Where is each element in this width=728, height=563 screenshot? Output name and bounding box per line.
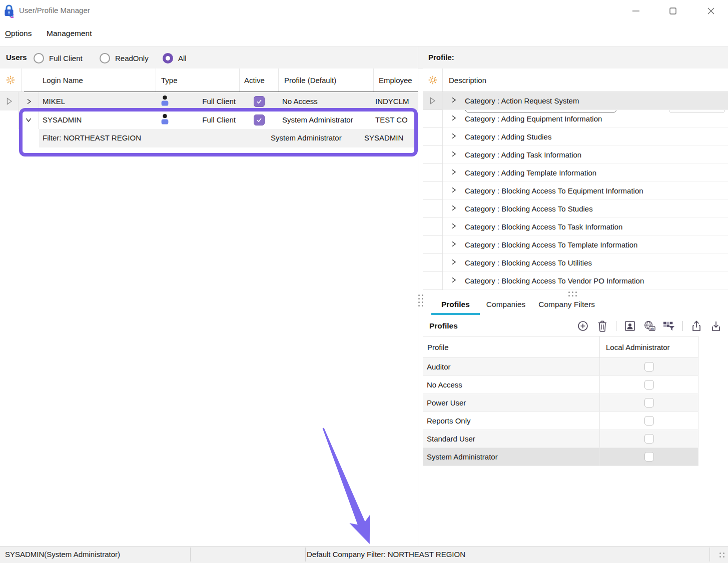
expand-chevron-icon[interactable] xyxy=(450,240,457,249)
column-header-login-name[interactable]: Login Name xyxy=(22,68,156,92)
profile-row[interactable]: No Access xyxy=(423,376,698,394)
user-row-mikel[interactable]: MIKEL Full Client No Access INDYCLM xyxy=(0,92,418,110)
column-header-profile-default[interactable]: Profile (Default) xyxy=(279,68,374,92)
profile-row[interactable]: Auditor xyxy=(423,358,698,376)
column-chooser-sun-icon[interactable] xyxy=(0,68,22,92)
category-row[interactable]: Category : Blocking Access To Vendor PO … xyxy=(423,272,728,290)
local-admin-checkbox[interactable] xyxy=(644,452,654,462)
horizontal-splitter-grip[interactable] xyxy=(568,292,577,296)
category-row[interactable]: Category : Adding Equipment Information xyxy=(423,110,728,128)
category-row[interactable]: Category : Adding Task Information xyxy=(423,146,728,164)
radio-readonly[interactable]: ReadOnly xyxy=(100,46,149,70)
expand-chevron-icon[interactable] xyxy=(450,168,457,177)
category-label: Category : Blocking Access To Vendor PO … xyxy=(465,276,644,285)
users-label: Users xyxy=(6,53,27,62)
local-admin-checkbox[interactable] xyxy=(644,398,654,408)
expand-chevron-icon[interactable] xyxy=(19,92,39,110)
minimize-button[interactable] xyxy=(625,1,647,21)
category-label: Category : Action Request System xyxy=(465,96,579,105)
person-icon xyxy=(160,95,170,108)
category-row[interactable]: Category : Action Request System xyxy=(423,92,728,110)
expand-chevron-icon[interactable] xyxy=(450,276,457,285)
profile-name-cell: System Administrator xyxy=(423,448,600,466)
close-button[interactable] xyxy=(700,1,722,21)
status-current-user: SYSADMIN(System Administrator) xyxy=(5,550,120,558)
expand-chevron-icon[interactable] xyxy=(450,258,457,267)
category-row[interactable]: Category : Blocking Access To Task Infor… xyxy=(423,218,728,236)
local-admin-checkbox[interactable] xyxy=(644,362,654,372)
row-gutter xyxy=(423,146,443,164)
category-label: Category : Blocking Access To Utilities xyxy=(465,258,592,267)
column-header-profile[interactable]: Profile xyxy=(423,336,600,358)
resize-grip[interactable] xyxy=(719,552,724,558)
row-gutter xyxy=(423,272,443,290)
import-icon[interactable] xyxy=(710,320,722,332)
profile-name-cell: Auditor xyxy=(423,358,600,376)
add-profile-icon[interactable] xyxy=(577,320,589,332)
expand-chevron-icon[interactable] xyxy=(450,132,457,141)
category-row[interactable]: Category : Adding Studies xyxy=(423,128,728,146)
category-row[interactable]: Category : Blocking Access To Template I… xyxy=(423,236,728,254)
radio-all-circle[interactable] xyxy=(163,53,173,64)
local-admin-checkbox[interactable] xyxy=(644,434,654,444)
row-gutter xyxy=(423,254,443,272)
radio-full-client-circle[interactable] xyxy=(34,53,44,64)
category-row[interactable]: Category : Blocking Access To Studies xyxy=(423,200,728,218)
profile-row[interactable]: Standard User xyxy=(423,430,698,448)
category-label: Category : Adding Task Information xyxy=(465,150,581,159)
profile-default-cell[interactable]: System Administrator xyxy=(279,110,374,129)
category-label: Category : Adding Template Information xyxy=(465,168,596,177)
active-checkbox-checked[interactable] xyxy=(254,114,265,126)
tab-company-filters[interactable]: Company Filters xyxy=(532,297,601,313)
category-row[interactable]: Category : Blocking Access To Equipment … xyxy=(423,182,728,200)
radio-full-client[interactable]: Full Client xyxy=(34,46,83,70)
tab-profiles[interactable]: Profiles xyxy=(431,297,480,315)
profile-default-cell[interactable]: No Access xyxy=(279,92,374,110)
expand-chevron-icon[interactable] xyxy=(450,96,457,105)
delete-profile-icon[interactable] xyxy=(596,320,608,332)
radio-all[interactable]: All xyxy=(163,46,187,70)
column-header-employee[interactable]: Employee xyxy=(374,68,418,92)
category-row[interactable]: Category : Adding Template Information xyxy=(423,164,728,182)
expand-chevron-icon[interactable] xyxy=(450,204,457,213)
category-label: Category : Adding Studies xyxy=(465,132,551,141)
profile-name-cell: Reports Only xyxy=(423,412,600,430)
user-row-sysadmin[interactable]: SYSADMIN Full Client System Administrato… xyxy=(0,110,418,129)
column-header-description[interactable]: Description xyxy=(443,68,728,92)
collapse-chevron-icon[interactable] xyxy=(19,110,39,129)
employee-cell[interactable]: TEST CO xyxy=(374,110,418,129)
svg-text:ab: ab xyxy=(650,327,654,330)
expand-chevron-icon[interactable] xyxy=(450,114,457,123)
menu-options-accel: O xyxy=(5,29,11,38)
expand-chevron-icon[interactable] xyxy=(450,222,457,231)
column-header-local-administrator[interactable]: Local Administrator xyxy=(600,336,698,358)
profile-name-cell: Standard User xyxy=(423,430,600,448)
export-icon[interactable] xyxy=(690,320,702,332)
user-detail-row[interactable]: Filter: NORTHEAST REGION System Administ… xyxy=(39,129,418,148)
profile-row[interactable]: Reports Only xyxy=(423,412,698,430)
login-name-cell[interactable]: MIKEL xyxy=(39,92,156,110)
column-chooser-sun-icon[interactable] xyxy=(423,68,443,92)
expand-chevron-icon[interactable] xyxy=(450,186,457,195)
grid-filter-icon[interactable] xyxy=(663,320,675,332)
active-checkbox-checked[interactable] xyxy=(254,96,265,107)
local-admin-checkbox[interactable] xyxy=(644,416,654,426)
tab-companies[interactable]: Companies xyxy=(480,297,532,313)
column-header-type[interactable]: Type xyxy=(156,68,240,92)
category-row[interactable]: Category : Blocking Access To Utilities xyxy=(423,254,728,272)
login-name-cell[interactable]: SYSADMIN xyxy=(39,110,156,129)
contact-card-icon[interactable] xyxy=(624,320,636,332)
column-header-active[interactable]: Active xyxy=(240,68,279,92)
row-gutter xyxy=(423,182,443,200)
profile-row[interactable]: Power User xyxy=(423,394,698,412)
detail-tabstrip: Profiles Companies Company Filters xyxy=(423,297,728,316)
profile-row-selected[interactable]: System Administrator xyxy=(423,448,698,466)
radio-readonly-circle[interactable] xyxy=(100,53,110,64)
local-admin-checkbox[interactable] xyxy=(644,380,654,390)
menu-options[interactable]: Options xyxy=(5,29,32,38)
menu-management[interactable]: Management xyxy=(47,29,92,38)
maximize-button[interactable] xyxy=(662,1,684,21)
translate-icon[interactable]: ab xyxy=(643,320,655,332)
employee-cell[interactable]: INDYCLM xyxy=(374,92,418,110)
expand-chevron-icon[interactable] xyxy=(450,150,457,159)
